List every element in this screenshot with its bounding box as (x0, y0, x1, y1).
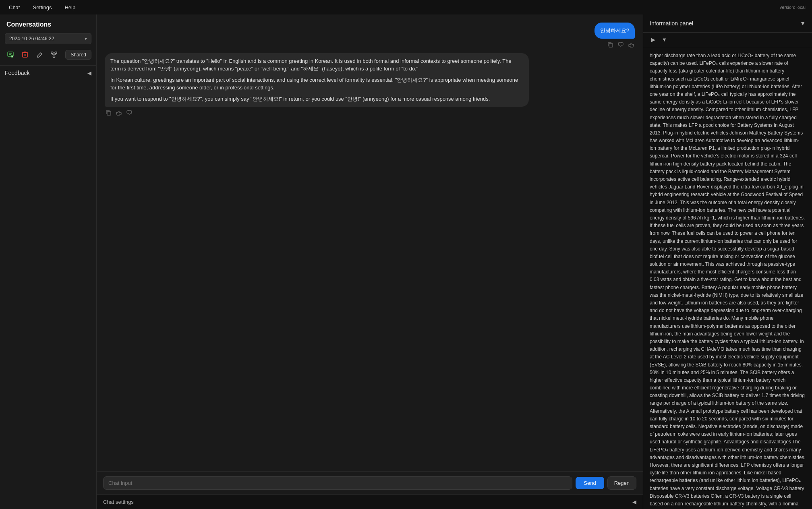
user-message-row: 안녕하세요? (105, 23, 635, 48)
svg-rect-18 (609, 43, 613, 47)
info-panel-toggle-icon[interactable]: ▼ (800, 20, 806, 27)
info-panel-content: higher discharge rate than a lead acid o… (643, 47, 812, 509)
toolbar: Shared (0, 49, 96, 65)
chat-area: 안녕하세요? (97, 14, 643, 509)
chat-settings-bar[interactable]: Chat settings ◀ (97, 495, 643, 509)
assistant-message-row: The question "안녕하세요?" translates to "Hel… (105, 53, 635, 117)
menu-settings[interactable]: Settings (30, 3, 54, 12)
chat-input[interactable] (103, 476, 572, 490)
svg-rect-19 (107, 112, 111, 115)
branch-icon[interactable] (48, 49, 60, 60)
date-arrow-icon: ▾ (85, 36, 87, 41)
copy-assistant-button[interactable] (105, 109, 112, 116)
version-info: version: local (780, 5, 806, 10)
panel-collapse-button[interactable]: ▼ (660, 36, 669, 43)
user-message-actions (607, 41, 635, 48)
sidebar: Conversations 2024-10-26 04:46:22 ▾ (0, 14, 97, 509)
input-area: Send Regen (97, 471, 643, 495)
thumbup-user-button[interactable] (628, 41, 635, 48)
thumbdown-assistant-button[interactable] (115, 109, 122, 116)
date-selector[interactable]: 2024-10-26 04:46:22 ▾ (5, 33, 91, 44)
chat-settings-label: Chat settings (103, 499, 134, 505)
feedback-section[interactable]: Feedback ◀ (0, 65, 96, 80)
menubar: Chat Settings Help version: local (0, 0, 812, 14)
feedback-label: Feedback (5, 70, 29, 76)
assistant-message-bubble: The question "안녕하세요?" translates to "Hel… (105, 53, 529, 107)
svg-rect-12 (55, 52, 57, 54)
chat-settings-arrow-icon: ◀ (632, 499, 636, 505)
regen-button[interactable]: Regen (607, 476, 636, 490)
info-panel: Information panel ▼ ▶ ▼ higher discharge… (643, 14, 812, 509)
copy-user-button[interactable] (607, 41, 614, 48)
assistant-para-2: In Korean culture, greetings are an impo… (110, 76, 523, 92)
assistant-para-1: The question "안녕하세요?" translates to "Hel… (110, 57, 523, 73)
info-panel-header: Information panel ▼ (643, 14, 812, 33)
thumbdown-user-button[interactable] (617, 41, 624, 48)
send-button[interactable]: Send (576, 477, 604, 489)
info-panel-title: Information panel (650, 20, 693, 27)
menu-help[interactable]: Help (62, 3, 78, 12)
date-value: 2024-10-26 04:46:22 (9, 36, 54, 41)
svg-rect-13 (53, 56, 55, 58)
assistant-para-3: If you want to respond to "안녕하세요?", you … (110, 95, 523, 103)
assistant-message-actions (105, 109, 133, 116)
svg-rect-11 (51, 52, 53, 54)
new-chat-icon[interactable] (5, 49, 16, 60)
delete-icon[interactable] (19, 49, 31, 60)
thumbup-assistant-button[interactable] (126, 109, 133, 116)
edit-icon[interactable] (34, 49, 45, 60)
shared-button[interactable]: Shared (65, 50, 91, 60)
feedback-arrow-icon: ◀ (87, 70, 91, 76)
menu-chat[interactable]: Chat (6, 3, 22, 12)
user-message-bubble: 안녕하세요? (594, 23, 635, 39)
svg-rect-6 (23, 53, 27, 57)
panel-expand-button[interactable]: ▶ (650, 36, 657, 43)
messages-container: 안녕하세요? (97, 14, 643, 471)
conversations-title: Conversations (0, 14, 96, 33)
main-layout: Conversations 2024-10-26 04:46:22 ▾ (0, 14, 812, 509)
info-panel-controls: ▶ ▼ (643, 33, 812, 47)
